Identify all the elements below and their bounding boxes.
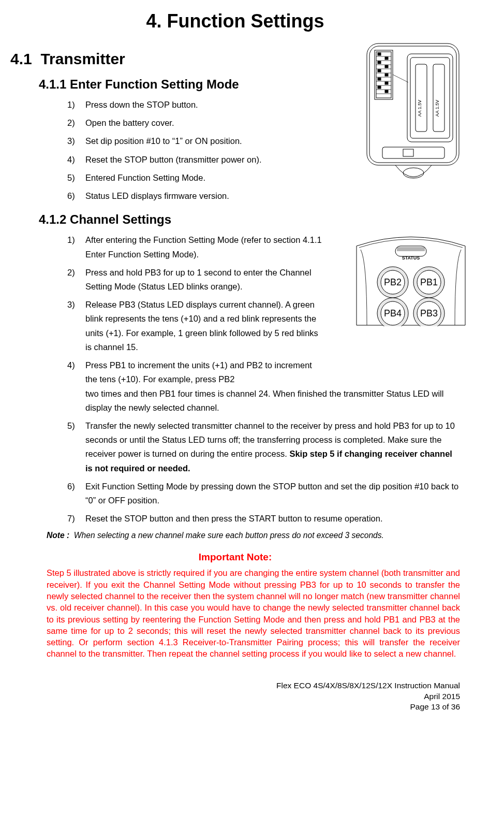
svg-rect-19 xyxy=(378,69,381,72)
important-note-heading: Important Note: xyxy=(10,552,460,563)
svg-rect-22 xyxy=(385,82,388,84)
svg-rect-16 xyxy=(385,57,388,60)
svg-rect-20 xyxy=(385,74,388,76)
svg-rect-23 xyxy=(378,86,381,89)
list-item: Reset the STOP button (transmitter power… xyxy=(67,153,460,167)
list-item: Entered Function Setting Mode. xyxy=(67,171,460,185)
note-line: Note : When selecting a new channel make… xyxy=(47,531,460,540)
section-4-1-number: 4.1 xyxy=(10,50,32,67)
svg-rect-15 xyxy=(378,53,381,55)
footer-doc-title: Flex ECO 4S/4X/8S/8X/12S/12X Instruction… xyxy=(10,680,460,691)
list-item: Transfer the newly selected transmitter … xyxy=(67,419,460,475)
note-text: When selecting a new channel make sure e… xyxy=(74,531,384,540)
page-footer: Flex ECO 4S/4X/8S/8X/12S/12X Instruction… xyxy=(10,680,460,713)
list-item: Open the battery cover. xyxy=(67,116,460,130)
steps-list-412: After entering the Function Setting Mode… xyxy=(67,233,460,526)
svg-rect-24 xyxy=(385,90,388,93)
list-item: Press and hold PB3 for up to 1 second to… xyxy=(67,266,460,294)
section-4-1-2-heading: 4.1.2 Channel Settings xyxy=(39,212,460,227)
page-title: 4. Function Settings xyxy=(10,10,460,32)
list-item: Status LED displays firmware version. xyxy=(67,189,460,203)
svg-rect-18 xyxy=(385,65,388,68)
svg-line-25 xyxy=(393,75,408,82)
list-item: Reset the STOP button and then press the… xyxy=(67,512,460,526)
svg-rect-3 xyxy=(375,50,393,99)
list-item: Press PB1 to increment the units (+1) an… xyxy=(67,358,460,415)
footer-date: April 2015 xyxy=(10,691,460,702)
footer-page-number: Page 13 of 36 xyxy=(10,702,460,713)
svg-rect-17 xyxy=(378,61,381,64)
list-item: Exit Function Setting Mode by pressing d… xyxy=(67,480,460,508)
note-label: Note : xyxy=(47,531,69,540)
section-4-1-title: Transmitter xyxy=(40,50,125,67)
list-item: Release PB3 (Status LED displays current… xyxy=(67,298,460,354)
svg-rect-21 xyxy=(378,78,381,80)
important-note-body: Step 5 illustrated above is strictly req… xyxy=(47,567,460,659)
list-item: Press down the STOP button. xyxy=(67,98,460,112)
list-item: Set dip position #10 to “1” or ON positi… xyxy=(67,134,460,148)
list-item: After entering the Function Setting Mode… xyxy=(67,233,460,261)
